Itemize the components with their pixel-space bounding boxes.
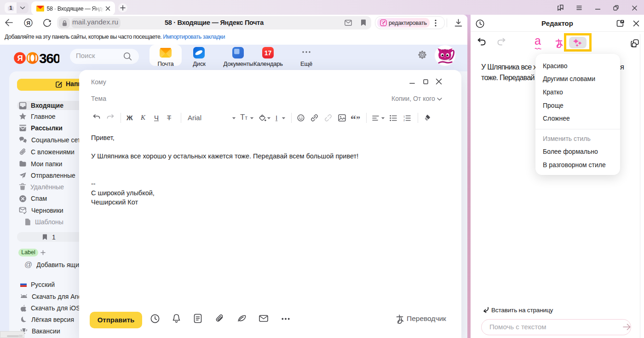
svg-text:Я: Я — [17, 54, 23, 63]
svg-text:360: 360 — [39, 51, 59, 66]
svg-text:1: 1 — [403, 115, 405, 118]
svg-text:Я: Я — [27, 20, 30, 26]
svg-text:1: 1 — [9, 5, 12, 11]
svg-text:17: 17 — [264, 49, 272, 57]
svg-text:2: 2 — [403, 119, 405, 121]
